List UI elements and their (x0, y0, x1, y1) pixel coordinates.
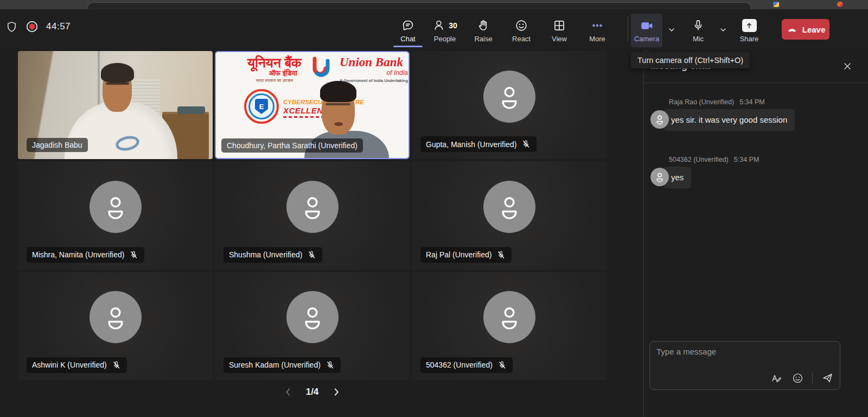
video-tile-mishra-namita[interactable]: Mishra, Namita (Unverified) (18, 161, 213, 269)
participant-avatar (286, 291, 339, 343)
message-time: 5:34 PM (739, 98, 765, 106)
participant-avatar (483, 71, 535, 123)
tab-react[interactable]: React (505, 14, 538, 47)
tab-raise-label: Raise (474, 35, 492, 43)
video-tile-gupta-manish[interactable]: Gupta, Manish (Unverified) (412, 51, 607, 159)
mic-off-icon (129, 250, 139, 260)
meeting-timer: 44:57 (46, 21, 71, 32)
leave-label: Leave (802, 25, 826, 34)
browser-top-strip (0, 0, 868, 9)
active-tab-underline (393, 46, 423, 47)
tab-people-label: People (434, 35, 456, 43)
meeting-toolbar: 44:57 Chat 30 People Raise React (0, 9, 868, 49)
browser-extension-icon[interactable] (773, 2, 779, 7)
union-bank-name-sub: of India (340, 70, 408, 76)
send-button[interactable] (820, 371, 834, 385)
participant-name-pill: Raj Pal (Unverified) (420, 247, 512, 263)
camera-button[interactable]: Camera (631, 14, 662, 47)
close-chat-button[interactable] (840, 59, 855, 74)
participant-name-pill: Suresh Kadam (Unverified) (224, 357, 341, 373)
mic-off-icon (325, 360, 335, 370)
send-icon (821, 371, 834, 384)
share-label: Share (740, 35, 759, 43)
message-author: 504362 (Unverified) (669, 156, 729, 163)
react-smiley-icon (514, 18, 528, 33)
record-icon (25, 20, 39, 33)
tab-raise[interactable]: Raise (467, 14, 500, 47)
chat-icon (401, 18, 415, 33)
mic-label: Mic (693, 35, 704, 43)
message-input[interactable] (656, 347, 833, 356)
participant-avatar (483, 181, 535, 233)
toolbar-divider (628, 16, 628, 41)
video-tile-ashwini-k[interactable]: Ashwini K (Unverified) (18, 272, 213, 380)
tab-chat[interactable]: Chat (391, 14, 425, 47)
format-icon (769, 371, 782, 384)
union-bank-hindi-tagline: भारत सरकार का उपक्रम (247, 79, 302, 83)
share-button[interactable]: Share (733, 14, 765, 47)
video-grid: Jagadish Babu यूनियन बैंक ऑफ इंडिया भारत… (18, 51, 607, 380)
emoji-button[interactable] (790, 371, 805, 385)
composer-divider (812, 372, 813, 384)
mic-options-chevron[interactable] (717, 23, 730, 36)
leave-button[interactable]: Leave (782, 19, 829, 40)
mic-off-icon (496, 250, 506, 260)
tab-more-label: More (589, 35, 605, 43)
mic-off-icon (307, 250, 317, 260)
page-next-button[interactable] (331, 387, 341, 397)
tab-chat-label: Chat (400, 35, 415, 43)
page-previous-button[interactable] (283, 387, 293, 397)
camera-options-chevron[interactable] (665, 23, 678, 36)
browser-profile-icon[interactable] (837, 2, 843, 7)
participant-name-pill: Choudhury, Partha Sarathi (Unverified) (221, 138, 363, 153)
message-meta: 504362 (Unverified)5:34 PM (669, 156, 828, 163)
message-avatar (650, 168, 669, 186)
tab-people[interactable]: 30 People (426, 14, 463, 47)
participant-avatar (483, 291, 535, 343)
participant-avatar (90, 181, 142, 233)
video-tile-raj-pal[interactable]: Raj Pal (Unverified) (412, 161, 607, 269)
mic-off-icon (521, 139, 531, 149)
mic-button[interactable]: Mic (682, 14, 714, 47)
union-bank-tagline: A Government of India Undertaking (340, 79, 408, 83)
participant-name-pill: Jagadish Babu (27, 138, 88, 152)
union-bank-logo (307, 55, 335, 83)
page-indicator: 1/4 (306, 387, 319, 397)
video-tile-choudhury-partha-sarathi[interactable]: यूनियन बैंक ऑफ इंडिया भारत सरकार का उपक्… (215, 51, 410, 159)
more-dots-icon (590, 18, 604, 33)
chat-composer (649, 341, 840, 390)
meeting-info: 44:57 (5, 20, 71, 33)
message-avatar (650, 110, 669, 129)
close-icon (842, 61, 853, 72)
union-bank-hindi-subtitle: ऑफ इंडिया (247, 70, 302, 77)
browser-address-bar[interactable] (87, 2, 751, 10)
grid-pagination: 1/4 (18, 387, 607, 397)
message-meta: Raja Rao (Unverified)5:34 PM (669, 98, 828, 106)
people-icon (432, 18, 446, 33)
union-bank-name: Union Bank (340, 56, 408, 68)
participant-name-pill: 504362 (Unverified) (420, 357, 513, 373)
tab-more[interactable]: More (580, 14, 614, 47)
participant-name-pill: Ashwini K (Unverified) (27, 357, 127, 373)
video-tile-504362[interactable]: 504362 (Unverified) (412, 272, 607, 380)
message-author: Raja Rao (Unverified) (669, 98, 734, 106)
format-button[interactable] (769, 371, 783, 385)
camera-tooltip: Turn camera off (Ctrl+Shift+O) (631, 52, 750, 68)
mic-off-icon (497, 360, 507, 370)
participant-avatar (90, 291, 142, 343)
raise-hand-icon (476, 18, 490, 33)
video-tile-jagadish-babu[interactable]: Jagadish Babu (18, 51, 213, 159)
mic-icon (691, 18, 705, 33)
share-icon (742, 19, 757, 32)
camera-label: Camera (634, 35, 659, 43)
video-tile-suresh-kadam[interactable]: Suresh Kadam (Unverified) (215, 272, 410, 380)
tab-view-label: View (552, 35, 567, 43)
video-tile-shushma[interactable]: Shushma (Unverified) (215, 161, 410, 269)
message-bubble: yes sir. it was very good session (663, 109, 795, 131)
people-count-badge: 30 (449, 21, 457, 30)
emoji-icon (792, 372, 804, 384)
participant-name-pill: Shushma (Unverified) (224, 247, 322, 263)
chat-message: 504362 (Unverified)5:34 PM yes (649, 156, 828, 188)
tab-view[interactable]: View (542, 14, 576, 47)
participant-name-pill: Mishra, Namita (Unverified) (27, 247, 144, 263)
